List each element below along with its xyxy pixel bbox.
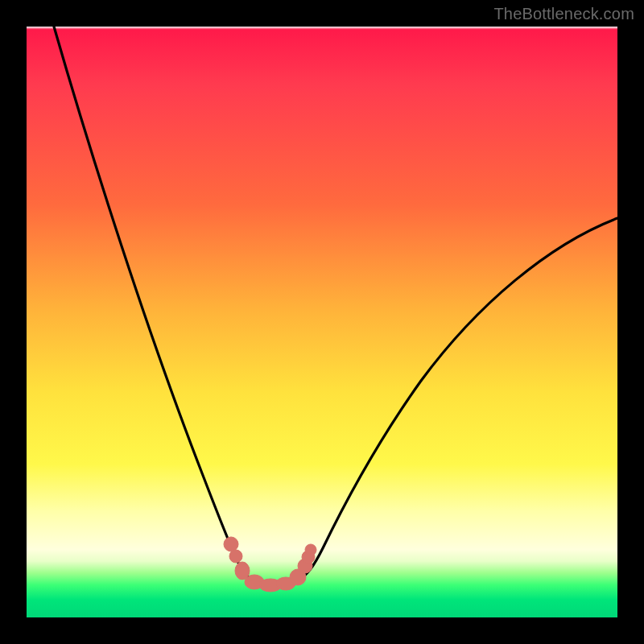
watermark-text: TheBottleneck.com — [493, 5, 634, 23]
svg-point-0 — [224, 537, 238, 551]
svg-point-1 — [229, 550, 242, 563]
marker-dots — [224, 537, 316, 592]
svg-point-9 — [305, 544, 316, 555]
curve-path — [54, 27, 617, 584]
outer-frame: TheBottleneck.com — [0, 0, 644, 644]
plot-area — [27, 27, 617, 617]
bottleneck-curve — [27, 27, 617, 617]
